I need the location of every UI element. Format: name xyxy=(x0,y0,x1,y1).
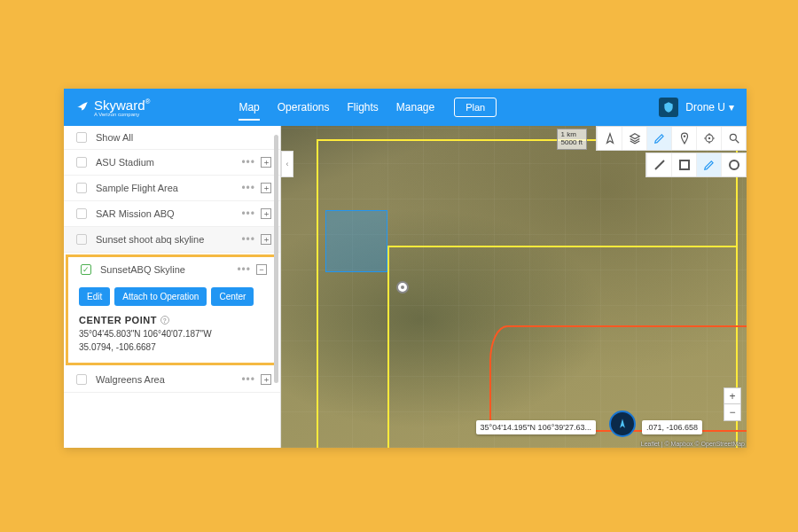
list-label: SunsetABQ Skyline xyxy=(100,264,237,275)
user-name-label: Drone U xyxy=(685,101,725,113)
user-menu[interactable]: Drone U ▾ xyxy=(685,101,734,113)
rect-shape-icon[interactable] xyxy=(671,153,696,176)
list-label: Walgreens Area xyxy=(96,374,241,385)
list-item[interactable]: SAR Mission ABQ •••＋ xyxy=(64,201,280,227)
map-attribution: Leaflet | © Mapbox © OpenStreetMap xyxy=(641,441,745,447)
north-compass[interactable] xyxy=(609,411,636,437)
selected-area-card: ✓ SunsetABQ Skyline •••− Edit Attach to … xyxy=(66,254,278,365)
locate-tool-icon[interactable] xyxy=(696,127,721,150)
flight-area-shape[interactable] xyxy=(325,210,387,272)
brand-name: Skyward xyxy=(94,98,145,113)
list-item[interactable]: ASU Stadium •••＋ xyxy=(64,150,280,176)
list-label: SAR Mission ABQ xyxy=(96,208,241,219)
header-right: Drone U ▾ xyxy=(659,98,734,117)
avatar-icon xyxy=(662,101,675,113)
map-canvas[interactable]: ‹ 1 km 5000 ft xyxy=(281,126,747,448)
edit-button[interactable]: Edit xyxy=(79,287,110,306)
brand-tagline: A Verizon company xyxy=(94,112,150,117)
compass-tool-icon[interactable] xyxy=(597,127,622,150)
scale-ft: 5000 ft xyxy=(561,139,583,147)
flight-areas-sidebar: Show All ASU Stadium •••＋ Sample Flight … xyxy=(64,126,281,448)
list-label: Show All xyxy=(96,132,271,143)
list-item[interactable]: Sample Flight Area •••＋ xyxy=(64,176,280,201)
checkbox[interactable] xyxy=(76,183,87,193)
app-window: Skyward® A Verizon company Map Operation… xyxy=(64,89,747,448)
list-item-show-all[interactable]: Show All xyxy=(64,126,280,150)
nav-operations[interactable]: Operations xyxy=(269,89,339,126)
list-label: Sunset shoot abq skyline xyxy=(96,234,241,245)
north-arrow-icon xyxy=(616,418,629,430)
checkbox[interactable] xyxy=(76,157,87,168)
more-icon[interactable]: ••• xyxy=(241,156,255,168)
app-body: Show All ASU Stadium •••＋ Sample Flight … xyxy=(64,126,747,448)
help-icon[interactable]: ? xyxy=(160,316,169,325)
zoom-out-button[interactable]: − xyxy=(724,404,740,420)
map-toolbar xyxy=(596,126,747,151)
draw-tool-icon[interactable] xyxy=(646,127,671,150)
more-icon[interactable]: ••• xyxy=(241,207,255,220)
list-label: ASU Stadium xyxy=(96,157,241,168)
center-button[interactable]: Center xyxy=(211,287,254,306)
more-icon[interactable]: ••• xyxy=(241,373,255,386)
svg-point-5 xyxy=(730,160,739,169)
center-point-heading: CENTER POINT ? xyxy=(79,315,265,325)
action-buttons: Edit Attach to Operation Center xyxy=(79,287,265,306)
nav-map[interactable]: Map xyxy=(230,89,268,126)
checkbox[interactable] xyxy=(76,374,87,385)
org-avatar[interactable] xyxy=(659,98,678,117)
chevron-down-icon: ▾ xyxy=(729,101,734,113)
app-header: Skyward® A Verizon company Map Operation… xyxy=(64,89,747,126)
svg-point-2 xyxy=(708,137,709,139)
card-body: Edit Attach to Operation Center CENTER P… xyxy=(68,282,276,363)
checkbox[interactable] xyxy=(76,234,87,245)
center-point-decimal: 35.0794, -106.6687 xyxy=(79,342,265,352)
collapse-icon[interactable]: − xyxy=(256,264,267,275)
cursor-coords-dec: .071, -106.658 xyxy=(642,420,702,434)
list-label: Sample Flight Area xyxy=(96,183,241,193)
svg-point-3 xyxy=(730,134,736,140)
more-icon[interactable]: ••• xyxy=(241,233,255,246)
nav-flights[interactable]: Flights xyxy=(338,89,387,126)
map-scale: 1 km 5000 ft xyxy=(557,129,587,150)
more-icon[interactable]: ••• xyxy=(237,263,251,276)
center-point-dms: 35°04'45.803"N 106°40'07.187"W xyxy=(79,329,265,339)
shape-toolbar xyxy=(645,153,747,177)
brand-logo[interactable]: Skyward® A Verizon company xyxy=(76,98,150,117)
checkbox-checked[interactable]: ✓ xyxy=(81,264,91,275)
plan-button[interactable]: Plan xyxy=(454,98,497,117)
expand-icon[interactable]: ＋ xyxy=(261,374,271,385)
expand-icon[interactable]: ＋ xyxy=(261,183,271,193)
svg-rect-4 xyxy=(680,160,689,169)
line-shape-icon[interactable] xyxy=(646,153,671,176)
checkbox[interactable] xyxy=(76,132,87,143)
checkbox[interactable] xyxy=(76,208,87,219)
layers-tool-icon[interactable] xyxy=(622,127,646,150)
center-point-label: CENTER POINT xyxy=(79,315,157,325)
list-item[interactable]: Sunset shoot abq skyline •••＋ xyxy=(64,227,280,253)
expand-icon[interactable]: ＋ xyxy=(261,157,271,168)
more-icon[interactable]: ••• xyxy=(241,182,255,194)
attach-button[interactable]: Attach to Operation xyxy=(114,287,207,306)
search-tool-icon[interactable] xyxy=(721,127,746,150)
center-point-pin[interactable] xyxy=(396,281,409,293)
svg-point-0 xyxy=(683,136,685,137)
pin-tool-icon[interactable] xyxy=(671,127,696,150)
expand-icon[interactable]: ＋ xyxy=(261,208,271,219)
collapse-sidebar-button[interactable]: ‹ xyxy=(281,151,293,177)
list-item[interactable]: Walgreens Area •••＋ xyxy=(64,367,280,393)
expand-icon[interactable]: ＋ xyxy=(261,234,271,245)
circle-shape-icon[interactable] xyxy=(721,153,746,176)
zoom-control: + − xyxy=(724,387,741,421)
list-item-selected[interactable]: ✓ SunsetABQ Skyline •••− xyxy=(68,257,276,282)
pencil-shape-icon[interactable] xyxy=(696,153,721,176)
zoom-in-button[interactable]: + xyxy=(724,388,740,404)
bird-icon xyxy=(76,101,89,113)
main-nav: Map Operations Flights Manage Plan xyxy=(230,89,497,126)
scrollbar[interactable] xyxy=(274,135,278,383)
nav-manage[interactable]: Manage xyxy=(387,89,443,126)
cursor-coords-dms: 35°04'14.195"N 106°39'27.63... xyxy=(476,420,596,434)
